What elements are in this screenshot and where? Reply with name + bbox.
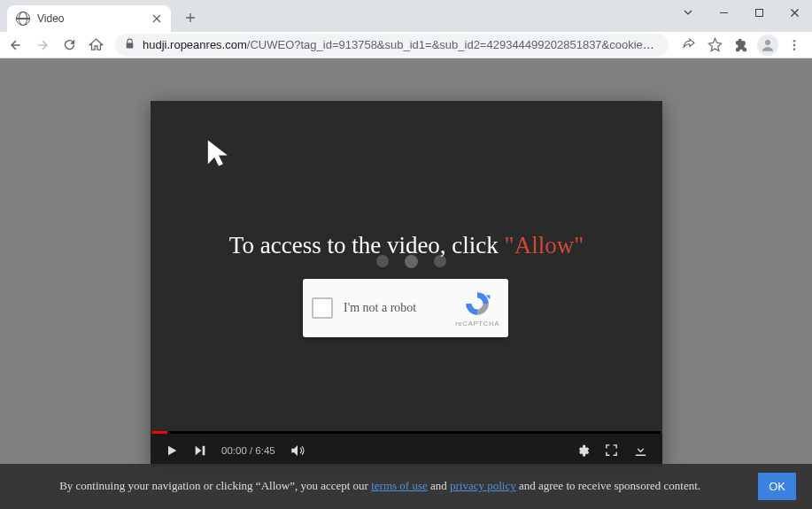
menu-dots-icon[interactable] — [782, 33, 807, 58]
profile-avatar[interactable] — [757, 35, 778, 56]
browser-toolbar: hudji.ropeanres.com/CUWEO?tag_id=913758&… — [0, 32, 812, 58]
consent-ok-button[interactable]: OK — [758, 473, 796, 500]
privacy-link[interactable]: privacy policy — [450, 479, 516, 492]
video-player: To access to the video, click "Allow" I'… — [151, 101, 662, 467]
share-icon[interactable] — [676, 33, 700, 58]
volume-button[interactable] — [290, 443, 305, 459]
bookmark-star-icon[interactable] — [702, 33, 727, 58]
play-button[interactable] — [165, 443, 179, 458]
close-tab-icon[interactable] — [150, 12, 164, 26]
recaptcha-box: I'm not a robot reCAPTCHA — [303, 279, 508, 337]
window-controls — [670, 0, 812, 25]
address-bar[interactable]: hudji.ropeanres.com/CUWEO?tag_id=913758&… — [115, 34, 669, 57]
extensions-icon[interactable] — [729, 33, 754, 58]
video-overlay: To access to the video, click "Allow" I'… — [151, 101, 662, 430]
forward-button[interactable] — [30, 33, 55, 58]
fullscreen-button[interactable] — [604, 443, 619, 458]
new-tab-button[interactable] — [178, 5, 203, 30]
recaptcha-logo-icon — [463, 289, 491, 318]
svg-point-3 — [793, 43, 795, 45]
svg-point-1 — [765, 40, 770, 45]
browser-tab[interactable]: Video — [7, 5, 171, 32]
svg-rect-0 — [755, 9, 762, 16]
globe-icon — [16, 12, 30, 26]
minimize-button[interactable] — [706, 0, 741, 25]
home-button[interactable] — [83, 33, 108, 58]
tab-title: Video — [37, 12, 143, 25]
allow-prompt-text: To access to the video, click "Allow" — [151, 232, 662, 259]
video-time: 00:00 / 6:45 — [221, 445, 275, 456]
settings-gear-icon[interactable] — [575, 443, 590, 458]
close-window-button[interactable] — [777, 0, 812, 25]
lock-icon — [124, 38, 135, 52]
consent-text: By continuing your navigation or clickin… — [11, 478, 749, 494]
back-button[interactable] — [4, 33, 28, 58]
recaptcha-label: I'm not a robot — [344, 301, 416, 315]
recaptcha-badge: reCAPTCHA — [455, 289, 499, 328]
maximize-button[interactable] — [741, 0, 777, 25]
terms-link[interactable]: terms of use — [371, 479, 428, 492]
page-content: To access to the video, click "Allow" I'… — [0, 58, 812, 509]
svg-point-4 — [793, 48, 795, 50]
next-button[interactable] — [193, 443, 207, 458]
reload-button[interactable] — [57, 33, 81, 58]
video-controls: 00:00 / 6:45 — [151, 434, 662, 467]
svg-point-2 — [793, 40, 795, 42]
url-text: hudji.ropeanres.com/CUWEO?tag_id=913758&… — [143, 38, 660, 51]
recaptcha-checkbox[interactable] — [312, 297, 333, 319]
browser-titlebar: Video — [0, 0, 812, 32]
download-button[interactable] — [633, 443, 648, 458]
cursor-icon — [205, 138, 232, 172]
chevron-down-icon[interactable] — [670, 0, 706, 25]
consent-banner: By continuing your navigation or clickin… — [0, 464, 812, 509]
